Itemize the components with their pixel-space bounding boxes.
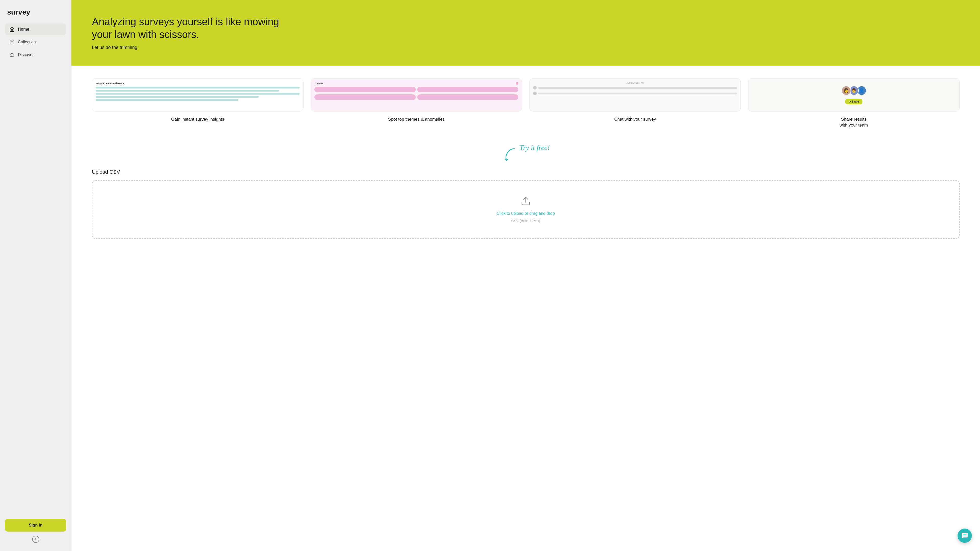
upload-sub-text: CSV (max. 10MB) bbox=[511, 219, 540, 223]
sidebar-item-home[interactable]: Home bbox=[5, 24, 66, 35]
share-btn-label: Share bbox=[852, 100, 859, 103]
home-icon bbox=[9, 27, 15, 32]
feature-label-share: Share resultswith your team bbox=[840, 117, 868, 128]
main-content: Analyzing surveys yourself is like mowin… bbox=[72, 0, 980, 551]
share-avatars: 👩 👨 👤 bbox=[842, 86, 866, 95]
hero-banner: Analyzing surveys yourself is like mowin… bbox=[72, 0, 980, 65]
feature-card-chat[interactable]: AUG 24 AT 12:11 PM Chat with your survey bbox=[529, 78, 741, 128]
sidebar: survey Home Collection bbox=[0, 0, 72, 551]
chat-avatar-2 bbox=[533, 92, 537, 95]
service-line-4 bbox=[96, 96, 259, 98]
share-icon: ↗ bbox=[849, 100, 851, 103]
service-line-1 bbox=[96, 87, 300, 89]
feature-label-themes: Spot top themes & anomalies bbox=[388, 117, 445, 122]
collection-icon bbox=[9, 39, 15, 45]
sidebar-item-collection[interactable]: Collection bbox=[5, 36, 66, 48]
card-preview-chat: AUG 24 AT 12:11 PM bbox=[529, 78, 741, 111]
upload-zone[interactable]: Click to upload or drag and drop CSV (ma… bbox=[92, 180, 959, 239]
chat-avatar-1 bbox=[533, 86, 537, 89]
share-avatar-1: 👩 bbox=[842, 86, 851, 95]
try-free-section: Try it free! bbox=[92, 144, 959, 162]
service-card-title: Service Center Preference bbox=[96, 82, 124, 85]
upload-section: Upload CSV Click to upload or drag and d… bbox=[92, 169, 959, 239]
hero-subtitle: Let us do the trimming. bbox=[92, 45, 959, 50]
theme-pill-4 bbox=[417, 94, 519, 100]
app-logo: survey bbox=[5, 8, 66, 16]
service-card-lines bbox=[96, 87, 300, 101]
sidebar-bottom: + bbox=[5, 536, 66, 543]
try-free-arrow bbox=[502, 146, 517, 162]
feature-card-service[interactable]: Service Center Preference Gain instant s… bbox=[92, 78, 304, 128]
chat-line-2 bbox=[538, 93, 737, 94]
themes-title: Themes bbox=[314, 82, 323, 85]
service-line-3 bbox=[96, 93, 300, 95]
svg-marker-4 bbox=[10, 53, 14, 57]
sidebar-item-home-label: Home bbox=[18, 27, 29, 32]
upload-main-text: Click to upload or drag and drop bbox=[496, 211, 555, 216]
sign-in-button[interactable]: Sign In bbox=[5, 519, 66, 532]
sidebar-item-discover[interactable]: Discover bbox=[5, 49, 66, 61]
chat-float-button[interactable] bbox=[958, 529, 972, 543]
upload-label: Upload CSV bbox=[92, 169, 959, 175]
add-button[interactable]: + bbox=[32, 536, 39, 543]
feature-label-service: Gain instant survey insights bbox=[171, 117, 224, 122]
card-preview-themes: Themes bbox=[310, 78, 522, 111]
upload-or-text: or drag and drop bbox=[523, 211, 555, 216]
upload-icon bbox=[520, 196, 531, 208]
sidebar-nav: Home Collection Discover bbox=[5, 24, 66, 519]
chat-bubble-1 bbox=[533, 86, 737, 89]
discover-icon bbox=[9, 52, 15, 58]
sidebar-item-discover-label: Discover bbox=[18, 52, 34, 57]
chat-bubble-2 bbox=[533, 92, 737, 95]
feature-card-share[interactable]: 👩 👨 👤 ↗ Share Share resultswith your tea… bbox=[748, 78, 959, 128]
theme-pill-1 bbox=[314, 87, 416, 92]
share-preview-button: ↗ Share bbox=[845, 99, 862, 104]
chat-timestamp: AUG 24 AT 12:11 PM bbox=[533, 82, 737, 84]
service-line-2 bbox=[96, 90, 279, 92]
card-preview-share: 👩 👨 👤 ↗ Share bbox=[748, 78, 959, 111]
theme-pill-2 bbox=[417, 87, 519, 92]
chat-line-1 bbox=[538, 87, 737, 89]
themes-row-2 bbox=[314, 94, 518, 100]
feature-cards: Service Center Preference Gain instant s… bbox=[92, 78, 959, 128]
main-section: Service Center Preference Gain instant s… bbox=[72, 65, 980, 551]
upload-click-text[interactable]: Click to upload bbox=[496, 211, 523, 216]
themes-header: Themes bbox=[314, 82, 518, 85]
try-free-text: Try it free! bbox=[520, 144, 550, 152]
feature-label-chat: Chat with your survey bbox=[614, 117, 656, 122]
service-line-5 bbox=[96, 99, 239, 101]
feature-card-themes[interactable]: Themes Spot top themes & anomalies bbox=[310, 78, 522, 128]
theme-pill-3 bbox=[314, 94, 416, 100]
hero-title: Analyzing surveys yourself is like mowin… bbox=[92, 15, 296, 41]
card-preview-service: Service Center Preference bbox=[92, 78, 304, 111]
themes-dot bbox=[516, 82, 518, 85]
sidebar-item-collection-label: Collection bbox=[18, 40, 36, 44]
themes-row-1 bbox=[314, 87, 518, 92]
